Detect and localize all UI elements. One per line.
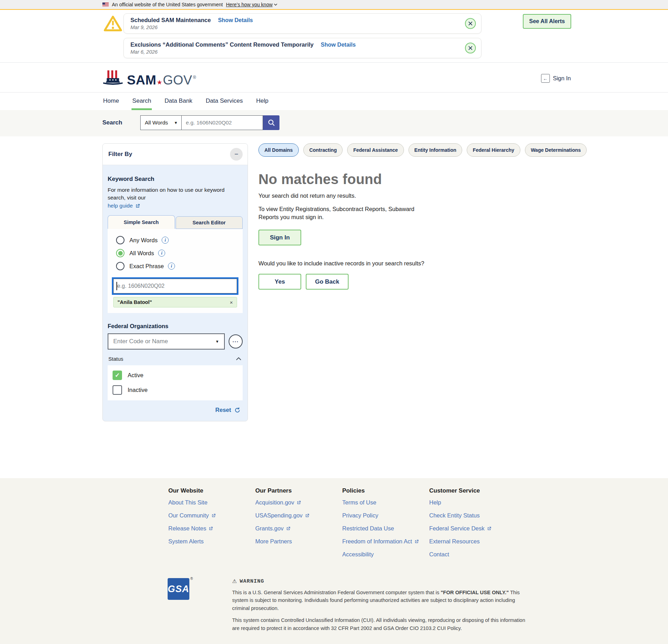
footer-link[interactable]: Help [429, 499, 441, 506]
radio-dot [118, 264, 123, 269]
footer-link[interactable]: Freedom of Information Act [342, 538, 419, 545]
external-link-icon [414, 539, 419, 544]
reset-filters-link[interactable]: Reset [215, 407, 231, 413]
help-guide-link[interactable]: help guide [108, 202, 140, 210]
page: An official website of the United States… [0, 0, 668, 644]
sign-in-button[interactable]: Sign In [258, 230, 301, 245]
radio-button[interactable] [116, 236, 124, 244]
keyword-search-input[interactable] [113, 279, 237, 293]
footer-link[interactable]: USASpending.gov [255, 512, 310, 519]
footer: Our Website About This SiteOur Community… [0, 478, 668, 644]
keyword-tab[interactable]: Simple Search [108, 215, 175, 229]
footer-link[interactable]: External Resources [429, 538, 480, 545]
footer-link[interactable]: System Alerts [168, 538, 204, 545]
sign-in-hint-text: To view Entity Registrations, Subcontrac… [258, 205, 434, 221]
yes-button[interactable]: Yes [258, 274, 301, 290]
alert-show-details-link[interactable]: Show Details [218, 17, 253, 23]
alert-close-button[interactable] [465, 43, 476, 54]
footer-link[interactable]: Terms of Use [342, 499, 376, 506]
info-icon[interactable]: i [168, 263, 175, 270]
radio-label: Any Words [129, 237, 157, 244]
caret-down-icon: ▼ [174, 121, 178, 125]
status-option[interactable]: ✓ Active [113, 371, 238, 380]
info-icon[interactable]: i [162, 237, 169, 244]
footer-link[interactable]: Federal Service Desk [429, 525, 492, 532]
site-header: SAM★GOV® ← Sign In [0, 63, 668, 92]
footer-link[interactable]: Our Community [168, 512, 216, 519]
results-area: All Domains Contracting Federal Assistan… [258, 143, 549, 290]
question-buttons: Yes Go Back [258, 274, 549, 290]
nav-item[interactable]: Help [255, 93, 269, 110]
footer-link[interactable]: Restricted Data Use [342, 525, 394, 532]
footer-links: Acquisition.govUSASpending.govGrants.gov… [255, 499, 342, 545]
logo-text: SAM★GOV® [127, 74, 196, 87]
footer-link[interactable]: Privacy Policy [342, 512, 378, 519]
keyword-radio-group: Any Words i All Words i [113, 236, 238, 270]
status-option[interactable]: ✓ Inactive [113, 385, 238, 395]
domain-pill[interactable]: All Domains [258, 143, 299, 157]
nav-item[interactable]: Search [131, 93, 152, 110]
footer-link[interactable]: Release Notes [168, 525, 213, 532]
federal-organizations-heading: Federal Organizations [108, 323, 243, 330]
external-link-icon [296, 500, 301, 505]
more-org-options-button[interactable]: ··· [229, 334, 243, 348]
domain-pill[interactable]: Wage Determinations [525, 143, 587, 157]
see-all-alerts-button[interactable]: See All Alerts [523, 14, 571, 29]
gov-banner-text: An official website of the United States… [112, 2, 223, 7]
filter-header: Filter By − [103, 144, 248, 165]
chip-remove-icon[interactable]: × [230, 300, 233, 305]
check-icon: ✓ [115, 372, 120, 379]
footer-link[interactable]: Check Entity Status [429, 512, 480, 519]
footer-link[interactable]: About This Site [168, 499, 208, 506]
no-matches-title: No matches found [258, 171, 549, 187]
alert-title-row: Scheduled SAM Maintenance Show Details [130, 17, 459, 23]
warning-block: ⚠ WARNING This is a U.S. General Service… [232, 578, 527, 632]
footer-col-our-website: Our Website About This SiteOur Community… [168, 487, 255, 564]
nav-item[interactable]: Home [102, 93, 120, 110]
footer-link[interactable]: More Partners [255, 538, 292, 545]
footer-link[interactable]: Contact [429, 551, 449, 558]
info-icon[interactable]: i [158, 250, 165, 257]
footer-link[interactable]: Accessibility [342, 551, 374, 558]
domain-pill[interactable]: Federal Assistance [347, 143, 404, 157]
alert-show-details-link[interactable]: Show Details [321, 42, 356, 48]
domain-pill[interactable]: Federal Hierarchy [467, 143, 520, 157]
radio-button[interactable] [116, 249, 124, 257]
radio-button[interactable] [116, 262, 124, 270]
domain-pill[interactable]: Entity Information [409, 143, 463, 157]
warning-icon: ⚠ [232, 578, 237, 584]
inactive-records-question: Would you like to include inactive recor… [258, 260, 549, 267]
search-button[interactable] [263, 115, 279, 130]
logo-star-icon: ★ [157, 79, 163, 86]
footer-col-policies: Policies Terms of UsePrivacy PolicyRestr… [342, 487, 429, 564]
go-back-button[interactable]: Go Back [306, 274, 349, 290]
search-type-select[interactable]: All Words ▼ [140, 115, 182, 130]
sam-gov-logo[interactable]: SAM★GOV® [102, 69, 196, 87]
sign-in-link[interactable]: ← Sign In [541, 74, 571, 83]
federal-org-select[interactable]: Enter Code or Name ▼ [108, 333, 225, 350]
domain-pills: All Domains Contracting Federal Assistan… [258, 143, 549, 157]
nav-item[interactable]: Data Services [205, 93, 244, 110]
external-link-icon [208, 526, 213, 531]
keyword-radio-option: All Words i [116, 249, 238, 257]
reset-icon [234, 407, 241, 413]
warning-paragraph-1: This is a U.S. General Services Administ… [232, 589, 527, 612]
status-section-toggle[interactable]: Status [108, 356, 241, 362]
footer-link[interactable]: Acquisition.gov [255, 499, 301, 506]
us-flag-icon [102, 2, 109, 7]
footer-link[interactable]: Grants.gov [255, 525, 291, 532]
alerts-section: Scheduled SAM Maintenance Show Details M… [0, 10, 668, 63]
keyword-tab[interactable]: Search Editor [176, 216, 243, 229]
search-band-label: Search [102, 119, 140, 126]
ellipsis-icon: ··· [232, 339, 239, 345]
simple-search-panel: Any Words i All Words i [108, 229, 243, 313]
warning-title: ⚠ WARNING [232, 578, 527, 584]
nav-item[interactable]: Data Bank [164, 93, 193, 110]
alert-date: Mar 6, 2026 [130, 49, 459, 55]
external-link-icon [286, 526, 291, 531]
how-you-know-link[interactable]: Here’s how you know [226, 2, 277, 7]
alert-close-button[interactable] [465, 18, 476, 29]
domain-pill[interactable]: Contracting [303, 143, 343, 157]
global-search-input[interactable] [182, 115, 263, 130]
collapse-filters-button[interactable]: − [230, 148, 243, 161]
